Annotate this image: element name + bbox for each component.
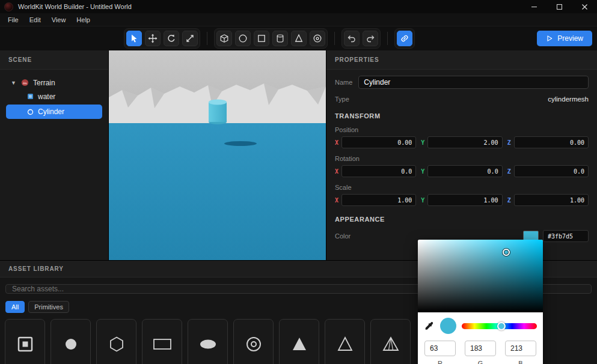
link-toggle-button[interactable]: [397, 31, 412, 46]
rotation-z-input[interactable]: [514, 165, 589, 177]
type-label: Type: [335, 96, 349, 103]
transform-section-header: TRANSFORM: [335, 112, 589, 120]
axis-z-label: Z: [507, 197, 511, 204]
scale-x-input[interactable]: [341, 194, 416, 206]
asset-tile-plane[interactable]: [142, 319, 182, 364]
play-icon: [546, 35, 553, 42]
sphere-icon: [238, 34, 248, 43]
scale-icon: [185, 34, 195, 43]
minimize-button[interactable]: [521, 0, 546, 13]
hue-slider[interactable]: [462, 323, 537, 329]
tree-item-cylinder[interactable]: Cylinder: [6, 105, 102, 119]
axis-y-label: Y: [421, 139, 424, 146]
blue-value-input[interactable]: [505, 341, 536, 356]
red-value-input[interactable]: [424, 341, 456, 356]
add-cylinder-button[interactable]: [272, 31, 288, 46]
red-label: R: [424, 360, 456, 364]
water-surface: [109, 123, 326, 260]
position-x-input[interactable]: [341, 136, 416, 148]
cylinder-icon: [275, 34, 285, 43]
rotate-tool-button[interactable]: [164, 31, 179, 46]
move-tool-button[interactable]: [145, 31, 161, 46]
app-logo-icon: [4, 2, 13, 11]
preview-button[interactable]: Preview: [537, 31, 592, 46]
rotation-x-input[interactable]: [341, 165, 416, 177]
scale-tool-button[interactable]: [182, 31, 198, 46]
menu-edit[interactable]: Edit: [24, 14, 46, 25]
move-icon: [148, 34, 158, 43]
select-tool-button[interactable]: [126, 31, 142, 46]
position-z-input[interactable]: [514, 136, 589, 148]
position-y-input[interactable]: [427, 136, 502, 148]
add-torus-button[interactable]: [310, 31, 325, 46]
axis-y-label: Y: [421, 197, 424, 204]
toolbar: Preview: [0, 26, 597, 50]
color-label: Color: [335, 232, 351, 240]
menu-view[interactable]: View: [46, 14, 72, 25]
undo-button[interactable]: [344, 31, 360, 46]
filter-all-chip[interactable]: All: [5, 301, 25, 313]
tree-item-water[interactable]: water: [0, 89, 108, 103]
green-value-input[interactable]: [465, 341, 496, 356]
scene-tree: ▼ Terrain water Cylinder: [0, 70, 108, 119]
name-label: Name: [335, 79, 352, 86]
viewport-canvas[interactable]: [109, 50, 326, 260]
eyedropper-icon[interactable]: [424, 321, 435, 332]
menu-bar: File Edit View Help: [0, 13, 597, 26]
tree-item-terrain[interactable]: ▼ Terrain: [0, 76, 108, 89]
asset-tile-hexagon[interactable]: [96, 319, 136, 364]
link-icon: [400, 34, 409, 43]
color-picker-popup: R G B: [418, 240, 543, 364]
add-cone-button[interactable]: [291, 31, 307, 46]
axis-z-label: Z: [507, 168, 511, 175]
redo-button[interactable]: [363, 31, 378, 46]
transform-tool-group: [124, 28, 200, 49]
maximize-button[interactable]: [546, 0, 572, 13]
add-cube-button[interactable]: [216, 31, 232, 46]
redo-icon: [366, 34, 375, 43]
axis-y-label: Y: [421, 168, 424, 175]
chevron-down-icon[interactable]: ▼: [11, 80, 17, 86]
close-button[interactable]: [572, 0, 597, 13]
add-sphere-button[interactable]: [235, 31, 251, 46]
hue-slider-thumb[interactable]: [497, 322, 506, 330]
rotation-y-input[interactable]: [427, 165, 502, 177]
scene-panel: SCENE ▼ Terrain water Cylinder: [0, 50, 109, 260]
axis-x-label: X: [335, 168, 338, 175]
filter-primitives-chip[interactable]: Primitives: [28, 301, 69, 313]
asset-tile-pyramid[interactable]: [370, 319, 411, 364]
object-shadow: [224, 141, 257, 146]
asset-tile-cone-solid[interactable]: [279, 319, 319, 364]
cube-icon: [219, 34, 229, 43]
asset-tile-disc[interactable]: [188, 319, 228, 364]
appearance-section-header: APPEARANCE: [335, 216, 589, 223]
square-solid-icon: [16, 335, 34, 353]
history-tool-group: [341, 28, 381, 49]
tree-item-label: water: [38, 93, 55, 101]
axis-x-label: X: [335, 139, 338, 146]
hexagon-icon: [108, 335, 126, 353]
tree-item-label: Terrain: [33, 79, 55, 87]
color-hex-input[interactable]: [543, 230, 589, 242]
maximize-icon: [556, 4, 563, 10]
asset-tile-cone-outline[interactable]: [325, 319, 365, 364]
current-color-swatch: [440, 318, 456, 334]
menu-file[interactable]: File: [2, 14, 24, 25]
asset-tile-sphere[interactable]: [51, 319, 91, 364]
cylinder-node-icon: [27, 109, 34, 115]
snap-tool-group: [394, 28, 415, 49]
viewport[interactable]: [109, 50, 326, 260]
saturation-value-area[interactable]: [418, 240, 543, 312]
add-plane-button[interactable]: [254, 31, 269, 46]
sphere-icon: [62, 335, 80, 353]
saturation-cursor[interactable]: [503, 249, 510, 256]
cylinder-object[interactable]: [209, 100, 227, 125]
scale-y-input[interactable]: [427, 194, 502, 206]
toolbar-divider: [207, 32, 207, 45]
name-input[interactable]: [358, 76, 589, 89]
menu-help[interactable]: Help: [71, 14, 96, 25]
green-label: G: [465, 360, 496, 364]
asset-tile-cube[interactable]: [5, 319, 45, 364]
scale-z-input[interactable]: [514, 194, 589, 206]
asset-tile-torus[interactable]: [233, 319, 274, 364]
